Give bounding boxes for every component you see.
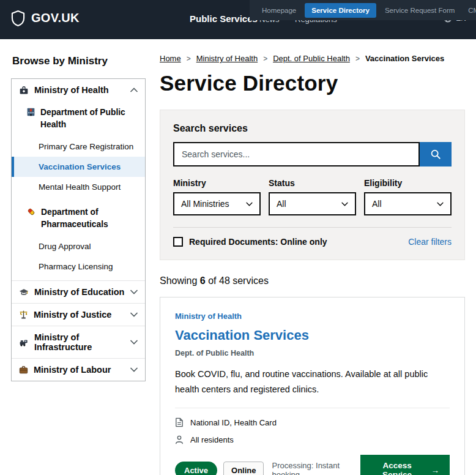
chevron-down-icon[interactable]	[130, 340, 138, 345]
card-divider	[175, 408, 450, 408]
status-badge: Active	[175, 462, 217, 475]
chevron-down-icon	[341, 202, 348, 206]
graduation-cap-icon	[19, 288, 29, 296]
breadcrumb-home[interactable]: Home	[160, 54, 181, 63]
search-button[interactable]	[420, 142, 452, 166]
panel-divider	[173, 227, 452, 228]
sidebar-item-pharmacy-licensing[interactable]: Pharmacy Licensing	[12, 256, 145, 277]
department-label: Department of Public Health	[40, 107, 139, 131]
service-card-vaccination-services: Ministry of Health Vaccination Services …	[160, 297, 465, 475]
breadcrumb-separator: >	[355, 54, 360, 63]
medical-bag-icon	[19, 86, 29, 95]
required-docs-label: Required Documents: Online only	[189, 237, 327, 247]
sidebar-item-ministry-of-infrastructure[interactable]: Ministry of Infrastructure	[12, 326, 145, 358]
sidebar-item-ministry-of-health[interactable]: Ministry of Health	[12, 79, 145, 101]
breadcrumb-separator: >	[187, 54, 191, 63]
document-icon	[175, 417, 184, 427]
chevron-up-icon[interactable]	[130, 88, 138, 92]
app-nav-overlay: Homepage Service Directory Service Reque…	[250, 0, 476, 20]
sidebar-item-dept-public-health[interactable]: Department of Public Health	[12, 101, 145, 137]
scales-icon	[19, 310, 28, 320]
app-nav-cms-dashboard[interactable]: CMS Dashboard	[463, 4, 476, 17]
ministry-sidebar: Browse by Ministry Ministry of Health De…	[11, 54, 146, 475]
status-filter-label: Status	[269, 178, 356, 188]
search-heading: Search services	[173, 123, 452, 134]
app-nav-service-directory[interactable]: Service Directory	[305, 3, 376, 18]
shield-icon	[11, 10, 25, 26]
card-ministry-overline: Ministry of Health	[175, 312, 450, 321]
channel-badge: Online	[223, 462, 264, 475]
results-number: 6	[200, 275, 206, 286]
app-nav-homepage[interactable]: Homepage	[257, 4, 301, 17]
ministry-filter: Ministry All Ministries	[173, 178, 261, 215]
card-description: Book COVID, flu, and routine vaccination…	[175, 367, 450, 397]
access-service-button[interactable]: Access Service →	[360, 455, 450, 475]
card-footer: Active Online Processing: Instant bookin…	[175, 455, 450, 475]
documents-row: National ID, Health Card	[175, 417, 450, 427]
briefcase-icon	[19, 365, 28, 374]
breadcrumb-separator: >	[263, 54, 267, 63]
sidebar-item-ministry-of-education[interactable]: Ministry of Education	[12, 280, 145, 303]
department-label: Department of Pharmaceuticals	[41, 206, 139, 231]
main-content: Home > Ministry of Health > Dept. of Pub…	[160, 54, 465, 475]
search-panel: Search services Ministry All Ministries	[160, 110, 465, 260]
breadcrumb: Home > Ministry of Health > Dept. of Pub…	[160, 54, 465, 63]
breadcrumb-ministry-of-health[interactable]: Ministry of Health	[196, 54, 258, 63]
chevron-down-icon[interactable]	[130, 367, 138, 372]
chevron-down-icon[interactable]	[130, 290, 138, 294]
sidebar-item-drug-approval[interactable]: Drug Approval	[12, 236, 145, 256]
sidebar-heading: Browse by Ministry	[12, 55, 146, 67]
eligibility-filter-value: All	[372, 199, 382, 209]
eligibility-value: All residents	[190, 435, 234, 444]
access-service-label: Access Service	[371, 461, 424, 475]
status-filter-value: All	[277, 199, 286, 209]
status-filter: Status All	[269, 178, 356, 215]
ministry-filter-value: All Ministries	[181, 199, 229, 209]
results-prefix: Showing	[160, 275, 197, 286]
site-header: GOV.UK Public Services News Regulations …	[0, 0, 476, 39]
ministry-filter-label: Ministry	[173, 178, 261, 188]
magnifier-icon	[430, 149, 441, 160]
breadcrumb-current: Vaccination Services	[365, 54, 444, 63]
sidebar-item-dept-pharmaceuticals[interactable]: Department of Pharmaceuticals	[12, 201, 145, 236]
person-icon	[175, 435, 184, 444]
ministry-filter-select[interactable]: All Ministries	[173, 192, 261, 215]
processing-info: Processing: Instant booking	[272, 461, 360, 475]
sidebar-item-primary-care-registration[interactable]: Primary Care Registration	[12, 137, 145, 157]
chevron-down-icon[interactable]	[130, 312, 138, 317]
eligibility-filter: Eligibility All	[364, 178, 452, 215]
results-count: Showing 6 of 48 services	[160, 275, 465, 286]
sidebar-item-ministry-of-justice[interactable]: Ministry of Justice	[12, 303, 145, 326]
sidebar-item-vaccination-services[interactable]: Vaccination Services	[12, 157, 145, 177]
eligibility-row: All residents	[175, 435, 450, 444]
app-nav-service-request-form[interactable]: Service Request Form	[380, 4, 459, 17]
clear-filters-link[interactable]: Clear filters	[408, 237, 452, 247]
card-title-link[interactable]: Vaccination Services	[175, 327, 450, 343]
results-suffix: of 48 services	[208, 275, 269, 286]
brand-text: GOV.UK	[31, 11, 80, 25]
hospital-icon	[26, 107, 35, 116]
ministry-label: Ministry of Labour	[34, 365, 111, 375]
status-filter-select[interactable]: All	[269, 192, 356, 215]
construction-crane-icon	[19, 338, 29, 346]
ministry-label: Ministry of Health	[34, 85, 109, 95]
pill-icon	[26, 207, 36, 217]
breadcrumb-dept-public-health[interactable]: Dept. of Public Health	[273, 54, 350, 63]
documents-value: National ID, Health Card	[190, 418, 277, 427]
sidebar-item-mental-health-support[interactable]: Mental Health Support	[12, 177, 145, 197]
page-title: Service Directory	[160, 71, 465, 95]
chevron-down-icon	[437, 202, 444, 206]
ministry-label: Ministry of Infrastructure	[34, 332, 125, 352]
eligibility-filter-select[interactable]: All	[364, 192, 452, 215]
sidebar-item-ministry-of-labour[interactable]: Ministry of Labour	[12, 358, 145, 381]
search-input[interactable]	[173, 142, 420, 166]
site-section-label: Public Services	[190, 13, 258, 24]
card-department: Dept. of Public Health	[175, 349, 450, 357]
chevron-down-icon	[246, 202, 253, 206]
govuk-logo[interactable]: GOV.UK	[11, 10, 80, 26]
ministry-tree: Ministry of Health Department of Public …	[11, 78, 146, 381]
required-docs-checkbox[interactable]	[173, 237, 183, 247]
arrow-right-icon: →	[431, 466, 440, 475]
eligibility-filter-label: Eligibility	[364, 178, 452, 188]
ministry-label: Ministry of Education	[34, 287, 124, 297]
